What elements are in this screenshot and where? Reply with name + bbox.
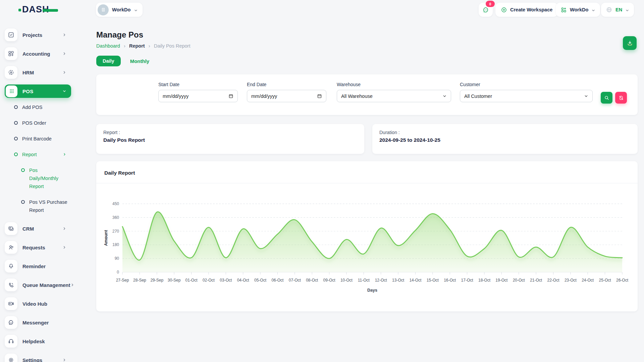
workspace-selector[interactable]: WorkDo (96, 3, 143, 17)
gear-icon (5, 354, 17, 362)
chevron-right-icon (62, 227, 66, 231)
svg-text:08-Oct: 08-Oct (306, 278, 318, 283)
breadcrumb-current: Daily Pos Report (154, 43, 191, 49)
main-content: Manage Pos Dashboard › Report › Daily Po… (96, 19, 638, 311)
tab-monthly[interactable]: Monthly (128, 58, 152, 64)
daily-report-chart: 09018027036045027-Sep28-Sep29-Sep30-Sep0… (96, 183, 638, 303)
sidebar-item-reminder[interactable]: Reminder (5, 259, 71, 273)
chevron-right-icon (62, 52, 66, 56)
sidebar-item-label: POS Order (22, 119, 46, 127)
sidebar-item-messenger[interactable]: Messenger (5, 316, 71, 329)
app-root: DASH WorkDo 0 Create Workspace WorkDo (0, 0, 644, 362)
svg-text:22-Oct: 22-Oct (547, 278, 559, 283)
sidebar-item-video-hub[interactable]: Video Hub (5, 297, 71, 310)
svg-text:Days: Days (367, 288, 377, 293)
calendar-icon (317, 94, 322, 99)
svg-text:20-Oct: 20-Oct (513, 278, 525, 283)
sidebar-item-report[interactable]: Report (14, 150, 66, 159)
grid-plus-icon (5, 47, 17, 60)
chart-title: Daily Report (104, 170, 135, 176)
end-date-label: End Date (247, 82, 326, 87)
sidebar-item-label: HRM (22, 70, 34, 75)
daily-report-card: Daily Report 09018027036045027-Sep28-Sep… (96, 161, 638, 311)
svg-text:24-Oct: 24-Oct (582, 278, 594, 283)
pos-grid-icon (6, 85, 17, 97)
reset-filter-button[interactable] (615, 92, 627, 104)
svg-text:12-Oct: 12-Oct (375, 278, 387, 283)
svg-text:10-Oct: 10-Oct (340, 278, 353, 283)
svg-text:02-Oct: 02-Oct (203, 278, 215, 283)
app-grid-icon (560, 7, 567, 13)
svg-text:29-Sep: 29-Sep (150, 278, 163, 283)
chevron-right-icon (62, 245, 66, 249)
report-summary-card: Report : Daily Pos Report (96, 124, 364, 154)
phone-call-icon (5, 279, 17, 291)
svg-text:270: 270 (112, 229, 119, 234)
language-selector[interactable]: EN (601, 3, 634, 17)
sidebar-item-pos-vs-purchase-report[interactable]: Pos VS Purchase Report (21, 198, 68, 214)
duration-label: Duration : (379, 130, 631, 135)
sidebar-item-hrm[interactable]: HRM (5, 66, 71, 79)
filter-actions (601, 82, 627, 104)
sidebar-item-queue-management[interactable]: Queue Management (5, 278, 71, 292)
sidebar-item-label: Helpdesk (22, 339, 45, 344)
svg-text:21-Oct: 21-Oct (530, 278, 542, 283)
bullet-icon (21, 200, 25, 204)
svg-text:30-Sep: 30-Sep (168, 278, 181, 283)
language-label: EN (615, 7, 622, 12)
sidebar-item-add-pos[interactable]: Add POS (14, 103, 66, 111)
warehouse-select[interactable]: All Warehouse (337, 90, 451, 102)
chevron-down-icon (625, 8, 629, 12)
download-report-button[interactable] (623, 36, 637, 50)
search-button[interactable] (601, 92, 612, 104)
svg-text:03-Oct: 03-Oct (220, 278, 232, 283)
svg-text:07-Oct: 07-Oct (289, 278, 301, 283)
create-workspace-button[interactable]: Create Workspace (495, 3, 558, 17)
sidebar-item-label: Video Hub (22, 301, 47, 307)
sidebar-item-label: Pos VS Purchase Report (29, 198, 68, 214)
logo-dash (43, 9, 58, 12)
sidebar-item-helpdesk[interactable]: Helpdesk (5, 335, 71, 348)
sidebar-item-requests[interactable]: Requests (5, 241, 71, 254)
breadcrumb-dashboard-link[interactable]: Dashboard (96, 43, 120, 49)
svg-text:14-Oct: 14-Oct (409, 278, 422, 283)
start-date-placeholder: mm/dd/yyyy (163, 94, 189, 99)
daily-report-chart-svg: 09018027036045027-Sep28-Sep29-Sep30-Sep0… (101, 194, 629, 301)
start-date-field: Start Date mm/dd/yyyy (158, 82, 238, 104)
sidebar-item-label: Report (22, 150, 37, 159)
end-date-field: End Date mm/dd/yyyy (247, 82, 326, 104)
sidebar-item-pos-order[interactable]: POS Order (14, 119, 66, 127)
messages-button[interactable]: 0 (479, 3, 493, 17)
customer-select[interactable]: All Customer (460, 90, 593, 102)
crm-card-icon (5, 222, 17, 235)
warehouse-value: All Warehouse (341, 94, 373, 99)
customer-value: All Customer (464, 94, 492, 99)
start-date-input[interactable]: mm/dd/yyyy (158, 90, 238, 102)
calendar-icon (228, 94, 233, 99)
tab-daily[interactable]: Daily (96, 56, 121, 66)
warehouse-field: Warehouse All Warehouse (337, 82, 451, 104)
bullet-icon (14, 137, 18, 140)
workspace-menu-button[interactable]: WorkDo (556, 3, 600, 17)
svg-text:0: 0 (117, 270, 119, 275)
sidebar-item-crm[interactable]: CRM (5, 222, 71, 235)
chevron-right-icon (62, 70, 66, 74)
svg-text:01-Oct: 01-Oct (185, 278, 198, 283)
sidebar-item-print-barcode[interactable]: Print Barcode (14, 135, 66, 143)
sidebar-item-pos-daily-monthly-report[interactable]: Pos Daily/Monthly Report (21, 166, 68, 190)
customer-field: Customer All Customer (460, 82, 593, 104)
sidebar-item-label: Pos Daily/Monthly Report (29, 166, 68, 190)
svg-text:19-Oct: 19-Oct (495, 278, 508, 283)
chevron-right-icon (62, 33, 66, 37)
bell-icon (5, 260, 17, 273)
chevron-right-icon (63, 153, 66, 156)
headset-icon (5, 335, 17, 348)
sidebar-item-accounting[interactable]: Accounting (5, 47, 71, 60)
sidebar-item-settings[interactable]: Settings (5, 353, 71, 362)
sidebar-item-pos[interactable]: POS (5, 84, 71, 98)
end-date-input[interactable]: mm/dd/yyyy (247, 90, 326, 102)
search-icon (604, 95, 609, 101)
svg-text:26-Oct: 26-Oct (616, 278, 629, 283)
sidebar-item-projects[interactable]: Projects (5, 28, 71, 42)
sidebar-item-label: Messenger (22, 320, 49, 325)
